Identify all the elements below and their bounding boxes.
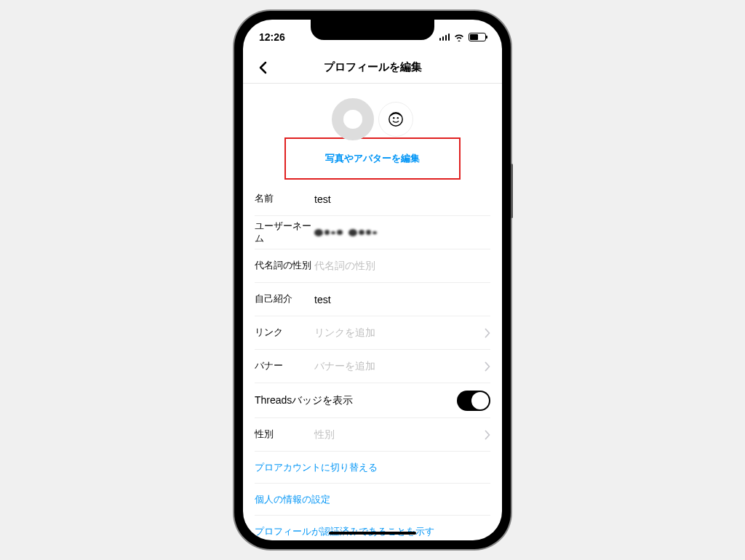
name-label: 名前 (255, 193, 311, 205)
pronouns-label: 代名詞の性別 (255, 260, 311, 272)
form-area: 名前 test ユーザーネーム 代名詞の性別 代名詞の性別 自己紹介 test (243, 183, 502, 540)
status-time: 12:26 (259, 28, 285, 43)
signal-icon (439, 33, 450, 41)
switch-pro-row[interactable]: プロアカウントに切り替える (255, 452, 490, 484)
gender-placeholder: 性別 (311, 428, 485, 441)
gender-label: 性別 (255, 428, 311, 441)
back-button[interactable] (252, 57, 274, 79)
phone-frame: 12:26 プロフィールを編集 (234, 11, 511, 549)
nav-bar: プロフィールを編集 (243, 52, 502, 84)
username-value-obscured (311, 226, 490, 239)
svg-point-2 (397, 117, 399, 119)
name-row[interactable]: 名前 test (255, 183, 490, 216)
links-placeholder: リンクを追加 (311, 327, 485, 340)
avatar-section: 写真やアバターを編集 (243, 84, 502, 183)
pronouns-row[interactable]: 代名詞の性別 代名詞の性別 (255, 249, 490, 283)
bio-row[interactable]: 自己紹介 test (255, 283, 490, 316)
home-indicator[interactable] (329, 532, 416, 535)
banner-label: バナー (255, 360, 311, 372)
chevron-right-icon (485, 361, 490, 372)
personal-info-row[interactable]: 個人の情報の設定 (255, 484, 490, 516)
personal-info-link: 個人の情報の設定 (255, 493, 330, 506)
edit-avatar-highlight: 写真やアバターを編集 (284, 137, 461, 180)
pronouns-placeholder: 代名詞の性別 (311, 260, 490, 273)
banner-placeholder: バナーを追加 (311, 360, 485, 373)
battery-icon (469, 33, 486, 41)
avatar-face-icon (388, 111, 404, 127)
threads-badge-toggle[interactable] (457, 391, 490, 411)
avatar-option[interactable] (378, 102, 413, 137)
bio-value: test (311, 294, 490, 305)
profile-photo[interactable] (332, 98, 374, 140)
wifi-icon (453, 33, 465, 41)
links-label: リンク (255, 327, 311, 339)
links-row[interactable]: リンク リンクを追加 (255, 316, 490, 350)
threads-badge-row: Threadsバッジを表示 (255, 383, 490, 418)
bio-label: 自己紹介 (255, 293, 311, 305)
page-title: プロフィールを編集 (324, 60, 422, 74)
chevron-right-icon (485, 430, 490, 440)
username-row[interactable]: ユーザーネーム (255, 216, 490, 249)
chevron-left-icon (258, 61, 268, 74)
edit-avatar-link[interactable]: 写真やアバターを編集 (325, 152, 420, 165)
svg-point-0 (389, 113, 402, 126)
side-button (511, 164, 513, 218)
name-value: test (311, 193, 490, 205)
svg-point-1 (393, 117, 394, 119)
switch-pro-link: プロアカウントに切り替える (255, 461, 378, 474)
chevron-right-icon (485, 328, 490, 338)
threads-badge-label: Threadsバッジを表示 (255, 394, 353, 407)
verified-row[interactable]: プロフィールが認証済みであることを示す (255, 516, 490, 540)
username-label: ユーザーネーム (255, 220, 311, 245)
status-icons (439, 30, 487, 41)
banner-row[interactable]: バナー バナーを追加 (255, 350, 490, 383)
screen: 12:26 プロフィールを編集 (243, 20, 502, 540)
notch (311, 20, 434, 40)
gender-row[interactable]: 性別 性別 (255, 418, 490, 452)
